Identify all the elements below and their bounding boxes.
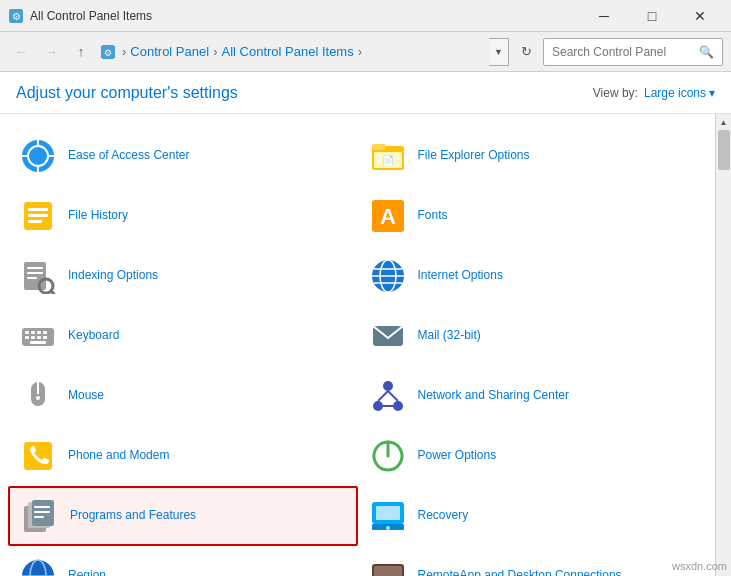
forward-button[interactable]: → — [38, 39, 64, 65]
search-box[interactable]: 🔍 — [543, 38, 723, 66]
mail-label: Mail (32-bit) — [418, 328, 481, 344]
window-icon: ⚙ — [8, 8, 24, 24]
svg-rect-17 — [28, 220, 42, 223]
control-item-remoteapp[interactable]: RemoteApp and Desktop Connections — [358, 546, 708, 576]
svg-rect-21 — [27, 267, 43, 269]
address-dropdown[interactable]: ▼ — [489, 38, 509, 66]
control-item-keyboard[interactable]: Keyboard — [8, 306, 358, 366]
svg-rect-58 — [34, 516, 44, 518]
svg-rect-38 — [37, 336, 41, 339]
svg-text:⚙: ⚙ — [104, 48, 112, 58]
indexing-icon — [18, 256, 58, 296]
internet-label: Internet Options — [418, 268, 503, 284]
file-explorer-label: File Explorer Options — [418, 148, 530, 164]
svg-rect-23 — [27, 277, 37, 279]
svg-rect-35 — [43, 331, 47, 334]
file-history-icon — [18, 196, 58, 236]
control-item-mouse[interactable]: Mouse — [8, 366, 358, 426]
control-item-region[interactable]: Region — [8, 546, 358, 576]
region-icon — [18, 556, 58, 576]
fonts-label: Fonts — [418, 208, 448, 224]
back-button[interactable]: ← — [8, 39, 34, 65]
scroll-up-arrow[interactable]: ▲ — [716, 114, 732, 130]
svg-rect-36 — [25, 336, 29, 339]
maximize-button[interactable]: □ — [629, 0, 675, 32]
dropdown-arrow-icon: ▾ — [709, 86, 715, 100]
view-by: View by: Large icons ▾ — [593, 86, 715, 100]
programs-icon — [20, 496, 60, 536]
ease-label: Ease of Access Center — [68, 148, 189, 164]
svg-rect-57 — [34, 511, 50, 513]
keyboard-label: Keyboard — [68, 328, 119, 344]
minimize-button[interactable]: ─ — [581, 0, 627, 32]
items-grid: Ease of Access Center📄File Explorer Opti… — [0, 114, 715, 576]
close-button[interactable]: ✕ — [677, 0, 723, 32]
svg-rect-67 — [374, 566, 402, 576]
view-by-value[interactable]: Large icons ▾ — [644, 86, 715, 100]
window-controls: ─ □ ✕ — [581, 0, 723, 32]
svg-rect-32 — [25, 331, 29, 334]
svg-point-44 — [36, 396, 40, 400]
control-item-mail[interactable]: Mail (32-bit) — [358, 306, 708, 366]
control-item-file-explorer[interactable]: 📄File Explorer Options — [358, 126, 708, 186]
remoteapp-label: RemoteApp and Desktop Connections — [418, 568, 622, 576]
svg-rect-37 — [31, 336, 35, 339]
view-by-label: View by: — [593, 86, 638, 100]
phone-icon — [18, 436, 58, 476]
svg-rect-22 — [27, 272, 43, 274]
control-item-ease[interactable]: Ease of Access Center — [8, 126, 358, 186]
svg-point-63 — [22, 560, 54, 576]
control-item-phone[interactable]: Phone and Modem — [8, 426, 358, 486]
internet-icon — [368, 256, 408, 296]
scrollbar[interactable]: ▲ ▼ — [715, 114, 731, 576]
svg-rect-11 — [372, 144, 386, 150]
svg-rect-40 — [30, 341, 46, 344]
phone-label: Phone and Modem — [68, 448, 169, 464]
fonts-icon: A — [368, 196, 408, 236]
remoteapp-icon — [368, 556, 408, 576]
control-item-internet[interactable]: Internet Options — [358, 246, 708, 306]
svg-point-45 — [383, 381, 393, 391]
content-area: Ease of Access Center📄File Explorer Opti… — [0, 114, 731, 576]
power-label: Power Options — [418, 448, 497, 464]
control-item-network[interactable]: Network and Sharing Center — [358, 366, 708, 426]
svg-line-25 — [51, 291, 54, 294]
svg-line-48 — [378, 391, 388, 401]
control-item-file-history[interactable]: File History — [8, 186, 358, 246]
watermark: wsxdn.com — [672, 560, 727, 572]
control-item-programs[interactable]: Programs and Features — [8, 486, 358, 546]
home-icon: ⚙ — [98, 42, 118, 62]
page-title: Adjust your computer's settings — [16, 84, 238, 102]
address-bar: ← → ↑ ⚙ › Control Panel › All Control Pa… — [0, 32, 731, 72]
control-item-power[interactable]: Power Options — [358, 426, 708, 486]
keyboard-icon — [18, 316, 58, 356]
svg-text:⚙: ⚙ — [12, 11, 21, 22]
svg-text:A: A — [380, 204, 396, 229]
svg-rect-20 — [24, 262, 46, 290]
path-all-items[interactable]: All Control Panel Items — [221, 44, 353, 59]
up-button[interactable]: ↑ — [68, 39, 94, 65]
svg-text:📄: 📄 — [382, 154, 395, 167]
svg-rect-51 — [24, 442, 52, 470]
search-icon: 🔍 — [699, 45, 714, 59]
control-item-indexing[interactable]: Indexing Options — [8, 246, 358, 306]
path-control-panel[interactable]: Control Panel — [130, 44, 209, 59]
file-history-label: File History — [68, 208, 128, 224]
search-input[interactable] — [552, 45, 695, 59]
window-title: All Control Panel Items — [30, 9, 581, 23]
title-bar: ⚙ All Control Panel Items ─ □ ✕ — [0, 0, 731, 32]
control-item-recovery[interactable]: Recovery — [358, 486, 708, 546]
svg-rect-16 — [28, 214, 48, 217]
recovery-icon — [368, 496, 408, 536]
scroll-thumb[interactable] — [718, 130, 730, 170]
ease-icon — [18, 136, 58, 176]
indexing-label: Indexing Options — [68, 268, 158, 284]
control-item-fonts[interactable]: AFonts — [358, 186, 708, 246]
refresh-button[interactable]: ↻ — [513, 39, 539, 65]
mouse-icon — [18, 376, 58, 416]
recovery-label: Recovery — [418, 508, 469, 524]
mail-icon — [368, 316, 408, 356]
network-label: Network and Sharing Center — [418, 388, 569, 404]
svg-point-62 — [386, 526, 390, 530]
scroll-track[interactable] — [717, 130, 731, 576]
